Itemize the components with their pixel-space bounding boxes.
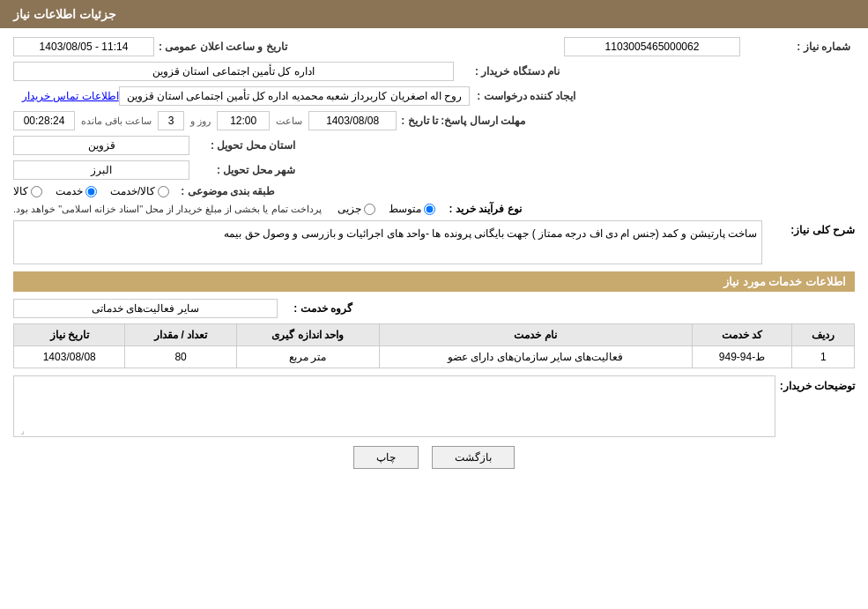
farayand-note: پرداخت تمام یا بخشی از مبلغ خریدار از مح…: [13, 204, 322, 215]
farayand-motavasset-radio[interactable]: [424, 204, 435, 215]
gorohekhedmat-value: سایر فعالیت‌های خدماتی: [13, 299, 278, 318]
tozihat-box: ⌟: [13, 375, 775, 437]
tabaqeh-kala-label: کالا: [13, 185, 28, 197]
col-tedad: تعداد / مقدار: [125, 324, 236, 346]
cell-tarikh: 1403/08/08: [14, 346, 125, 368]
table-row: 1 ط-94-949 فعالیت‌های سایر سازمان‌های دا…: [14, 346, 855, 368]
tabaqeh-kala-khedmat-radio[interactable]: [158, 186, 169, 197]
col-vahed: واحد اندازه گیری: [236, 324, 379, 346]
resize-handle: ⌟: [16, 426, 25, 434]
rooz-value: 3: [158, 111, 184, 130]
tabaqeh-kala-khedmat: کالا/خدمت: [110, 185, 169, 197]
gorohekhedmat-row: گروه خدمت : سایر فعالیت‌های خدماتی: [13, 299, 855, 318]
sharh-label: شرح کلی نیاز:: [767, 220, 855, 236]
shmarehniaz-label: شماره نیاز :: [745, 41, 850, 53]
cell-vahed: متر مربع: [236, 346, 379, 368]
tozihat-label: توضیحات خریدار:: [780, 375, 855, 392]
tabaqeh-radiogroup: کالا/خدمت خدمت کالا: [13, 185, 169, 197]
tabaqeh-row: طبقه بندی موضوعی : کالا/خدمت خدمت کالا: [13, 185, 855, 197]
tarikh-elam-label: تاریخ و ساعت اعلان عمومی :: [159, 41, 287, 53]
farayand-jozyi-label: جزیی: [338, 203, 361, 215]
col-tarikh: تاریخ نیاز: [14, 324, 125, 346]
rooz-label: روز و: [190, 115, 211, 127]
table-header-row: ردیف کد خدمت نام خدمت واحد اندازه گیری ت…: [14, 324, 855, 346]
khadamat-section-title: اطلاعات خدمات مورد نیاز: [13, 271, 855, 292]
col-kod: کد خدمت: [692, 324, 792, 346]
services-table: ردیف کد خدمت نام خدمت واحد اندازه گیری ت…: [13, 323, 855, 368]
farayand-jozyi: جزیی: [338, 203, 375, 215]
buttons-row: بازگشت چاپ: [13, 446, 855, 469]
ostan-row: استان محل تحویل : قزوین: [13, 136, 855, 155]
print-button[interactable]: چاپ: [353, 446, 419, 469]
baghimandeh-value: 00:28:24: [13, 111, 75, 130]
shahr-value: البرز: [13, 160, 189, 180]
farayand-label: نوع فرآیند خرید :: [442, 203, 522, 215]
saat-label: ساعت: [276, 115, 302, 127]
back-button[interactable]: بازگشت: [432, 446, 515, 469]
date-value: 1403/08/08: [308, 111, 397, 130]
col-nam: نام خدمت: [379, 324, 692, 346]
gorohekhedmat-label: گروه خدمت :: [282, 302, 352, 315]
shahr-label: شهر محل تحویل :: [189, 164, 295, 176]
tabaqeh-kala-khedmat-label: کالا/خدمت: [110, 185, 155, 197]
tabaqeh-khedmat-label: خدمت: [56, 185, 83, 197]
mohlat-row: مهلت ارسال پاسخ: تا تاریخ : 1403/08/08 س…: [13, 111, 855, 130]
cell-radif: 1: [792, 346, 855, 368]
tozihat-row: توضیحات خریدار: ⌟: [13, 375, 855, 437]
mohlat-label: مهلت ارسال پاسخ: تا تاریخ :: [401, 115, 525, 127]
baghimandeh-label: ساعت باقی مانده: [81, 115, 152, 127]
cell-nam: فعالیت‌های سایر سازمان‌های دارای عضو: [379, 346, 692, 368]
ijadkonandeh-value: روح اله اصغریان کاربرداز شعبه محمدیه ادا…: [119, 86, 471, 106]
ijadkonandeh-row: ایجاد کننده درخواست : روح اله اصغریان کا…: [13, 86, 855, 106]
cell-kod: ط-94-949: [692, 346, 792, 368]
shahr-row: شهر محل تحویل : البرز: [13, 160, 855, 180]
tabaqeh-khedmat-radio[interactable]: [85, 186, 97, 197]
farayand-row: نوع فرآیند خرید : متوسط جزیی پرداخت تمام…: [13, 203, 855, 215]
farayand-radiogroup: متوسط جزیی: [338, 203, 435, 215]
page-header: جزئیات اطلاعات نیاز: [0, 0, 868, 28]
tabaqeh-khedmat: خدمت: [56, 185, 97, 197]
farayand-motavasset: متوسط: [389, 203, 435, 215]
namdastgah-label: نام دستگاه خریدار :: [454, 65, 560, 78]
tarikh-elam-value: 1403/08/05 - 11:14: [13, 37, 154, 56]
ijadkonandeh-label: ایجاد کننده درخواست :: [470, 90, 575, 102]
farayand-jozyi-radio[interactable]: [364, 204, 375, 215]
contact-link[interactable]: اطلاعات تماس خریدار: [22, 90, 119, 102]
saat-value: 12:00: [217, 111, 270, 130]
page-title: جزئیات اطلاعات نیاز: [13, 7, 116, 21]
tabaqeh-label: طبقه بندی موضوعی :: [169, 185, 275, 197]
shmarehniaz-value: 1103005465000062: [564, 37, 740, 56]
namdastgah-value: اداره کل تأمین اجتماعی استان قزوین: [13, 62, 454, 81]
shmarehniaz-row: شماره نیاز : 1103005465000062 تاریخ و سا…: [13, 37, 855, 56]
ostan-value: قزوین: [13, 136, 189, 155]
ostan-label: استان محل تحویل :: [189, 139, 295, 152]
namdastgah-row: نام دستگاه خریدار : اداره کل تأمین اجتما…: [13, 62, 855, 81]
tabaqeh-kala: کالا: [13, 185, 42, 197]
cell-tedad: 80: [125, 346, 236, 368]
tabaqeh-kala-radio[interactable]: [31, 186, 42, 197]
sharh-row: شرح کلی نیاز: ساخت پارتیشن و کمد (جنس ام…: [13, 220, 855, 264]
col-radif: ردیف: [792, 324, 855, 346]
farayand-motavasset-label: متوسط: [389, 203, 421, 215]
sharh-value: ساخت پارتیشن و کمد (جنس ام دی اف درجه مم…: [13, 220, 762, 264]
